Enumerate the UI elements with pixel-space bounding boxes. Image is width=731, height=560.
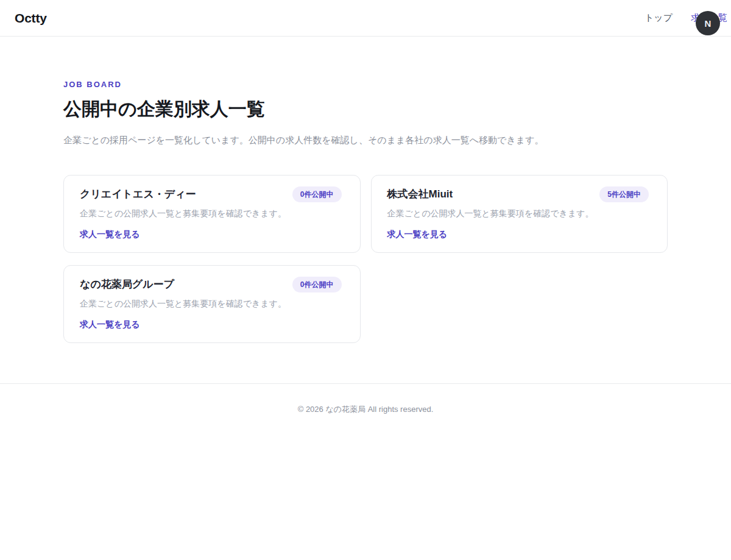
view-jobs-link[interactable]: 求人一覧を見る	[387, 229, 448, 240]
open-count-badge: 0件公開中	[292, 277, 342, 292]
company-description: 企業ごとの公開求人一覧と募集要項を確認できます。	[80, 207, 344, 220]
main-content: JOB BOARD 公開中の企業別求人一覧 企業ごとの採用ページを一覧化していま…	[49, 37, 682, 343]
company-card: クリエイトエス・ディー 0件公開中 企業ごとの公開求人一覧と募集要項を確認できま…	[63, 175, 361, 253]
card-head: なの花薬局グループ 0件公開中	[80, 277, 344, 292]
company-card: 株式会社Miuit 5件公開中 企業ごとの公開求人一覧と募集要項を確認できます。…	[371, 175, 668, 253]
site-header: Octty トップ 求人一覧 N	[0, 0, 731, 37]
card-head: クリエイトエス・ディー 0件公開中	[80, 186, 344, 202]
avatar-initial: N	[705, 18, 712, 29]
company-name: なの花薬局グループ	[80, 277, 174, 292]
company-card-grid: クリエイトエス・ディー 0件公開中 企業ごとの公開求人一覧と募集要項を確認できま…	[63, 175, 668, 343]
card-head: 株式会社Miuit 5件公開中	[387, 186, 652, 202]
company-description: 企業ごとの公開求人一覧と募集要項を確認できます。	[80, 297, 344, 310]
company-name: 株式会社Miuit	[387, 186, 453, 202]
company-description: 企業ごとの公開求人一覧と募集要項を確認できます。	[387, 207, 652, 220]
company-name: クリエイトエス・ディー	[80, 186, 196, 202]
company-card: なの花薬局グループ 0件公開中 企業ごとの公開求人一覧と募集要項を確認できます。…	[63, 265, 361, 343]
eyebrow-label: JOB BOARD	[63, 80, 668, 89]
view-jobs-link[interactable]: 求人一覧を見る	[80, 319, 140, 330]
open-count-badge: 0件公開中	[292, 186, 342, 202]
hero-section: JOB BOARD 公開中の企業別求人一覧 企業ごとの採用ページを一覧化していま…	[63, 37, 668, 147]
nav-item-top[interactable]: トップ	[644, 12, 673, 24]
copyright-text: © 2026 なの花薬局 All rights reserved.	[0, 404, 731, 415]
site-footer: © 2026 なの花薬局 All rights reserved.	[0, 383, 731, 439]
page-description: 企業ごとの採用ページを一覧化しています。公開中の求人件数を確認し、そのまま各社の…	[63, 133, 668, 147]
logo[interactable]: Octty	[15, 11, 47, 26]
open-count-badge: 5件公開中	[599, 186, 649, 202]
page-title: 公開中の企業別求人一覧	[63, 97, 668, 121]
view-jobs-link[interactable]: 求人一覧を見る	[80, 229, 140, 240]
user-avatar[interactable]: N	[696, 11, 720, 35]
